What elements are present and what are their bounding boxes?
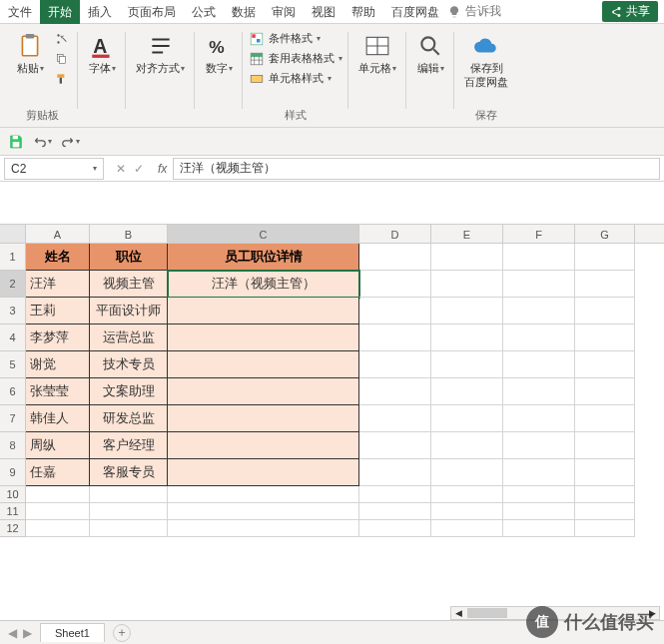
menu-tab-7[interactable]: 视图 <box>304 0 343 24</box>
cell-G7[interactable] <box>575 405 635 432</box>
cell-D9[interactable] <box>359 459 431 486</box>
copy-button[interactable] <box>52 50 72 68</box>
undo-button[interactable]: ▾ <box>32 135 52 149</box>
select-all-corner[interactable] <box>0 225 26 243</box>
row-header-8[interactable]: 8 <box>0 432 26 459</box>
menu-tab-5[interactable]: 数据 <box>224 0 264 24</box>
col-header-G[interactable]: G <box>575 225 635 243</box>
cell-D10[interactable] <box>359 486 431 503</box>
cell-G10[interactable] <box>575 486 635 503</box>
scroll-left-button[interactable]: ◀ <box>451 608 465 618</box>
cell-B7[interactable]: 研发总监 <box>90 405 168 432</box>
cell-C8[interactable] <box>168 432 359 459</box>
cell-B5[interactable]: 技术专员 <box>90 351 168 378</box>
editing-button[interactable]: 编辑▾ <box>412 30 448 77</box>
col-header-F[interactable]: F <box>503 225 575 243</box>
cell-F1[interactable] <box>503 244 575 271</box>
alignment-button[interactable]: 对齐方式▾ <box>132 30 189 77</box>
row-header-2[interactable]: 2 <box>0 271 26 298</box>
row-header-1[interactable]: 1 <box>0 244 26 271</box>
cell-D8[interactable] <box>359 432 431 459</box>
cell-G3[interactable] <box>575 298 635 324</box>
cell-D2[interactable] <box>359 271 431 298</box>
menu-tab-1[interactable]: 开始 <box>40 0 80 24</box>
cell-F3[interactable] <box>503 298 575 324</box>
cell-E7[interactable] <box>431 405 503 432</box>
row-header-9[interactable]: 9 <box>0 459 26 486</box>
menu-tab-9[interactable]: 百度网盘 <box>383 0 447 24</box>
cell-E11[interactable] <box>431 503 503 520</box>
cell-C5[interactable] <box>168 351 359 378</box>
cell-A12[interactable] <box>26 520 90 537</box>
row-header-12[interactable]: 12 <box>0 520 26 537</box>
tab-nav-prev[interactable]: ◀ <box>8 626 17 640</box>
menu-tab-0[interactable]: 文件 <box>0 0 40 24</box>
cell-A9[interactable]: 任嘉 <box>26 459 90 486</box>
cell-E1[interactable] <box>431 244 503 271</box>
cell-C10[interactable] <box>168 486 359 503</box>
cell-E12[interactable] <box>431 520 503 537</box>
row-header-4[interactable]: 4 <box>0 324 26 351</box>
cell-A3[interactable]: 王莉 <box>26 298 90 324</box>
tab-nav-next[interactable]: ▶ <box>23 626 32 640</box>
row-header-5[interactable]: 5 <box>0 351 26 378</box>
cell-G11[interactable] <box>575 503 635 520</box>
cell-C3[interactable] <box>168 298 359 324</box>
cell-F10[interactable] <box>503 486 575 503</box>
cell-F5[interactable] <box>503 351 575 378</box>
tell-me[interactable]: 告诉我 <box>447 3 501 20</box>
cut-button[interactable] <box>52 30 72 48</box>
cell-A5[interactable]: 谢觉 <box>26 351 90 378</box>
col-header-E[interactable]: E <box>431 225 503 243</box>
cell-G5[interactable] <box>575 351 635 378</box>
cell-C4[interactable] <box>168 324 359 351</box>
cell-F9[interactable] <box>503 459 575 486</box>
cell-G2[interactable] <box>575 271 635 298</box>
menu-tab-8[interactable]: 帮助 <box>343 0 383 24</box>
cell-B2[interactable]: 视频主管 <box>90 271 168 298</box>
table-format-button[interactable]: 套用表格格式▾ <box>249 50 342 67</box>
cell-B8[interactable]: 客户经理 <box>90 432 168 459</box>
cell-C7[interactable] <box>168 405 359 432</box>
accept-formula-button[interactable]: ✓ <box>134 162 144 176</box>
font-button[interactable]: A 字体▾ <box>84 30 120 77</box>
cell-C11[interactable] <box>168 503 359 520</box>
cell-G4[interactable] <box>575 324 635 351</box>
cell-B1[interactable]: 职位 <box>90 244 168 271</box>
cell-styles-button[interactable]: 单元格样式▾ <box>249 70 342 87</box>
cell-B12[interactable] <box>90 520 168 537</box>
col-header-D[interactable]: D <box>359 225 431 243</box>
cell-G6[interactable] <box>575 378 635 405</box>
save-button[interactable] <box>8 134 24 150</box>
cell-D4[interactable] <box>359 324 431 351</box>
add-sheet-button[interactable]: ＋ <box>113 624 131 642</box>
cell-B6[interactable]: 文案助理 <box>90 378 168 405</box>
name-box[interactable]: C2 ▾ <box>4 158 104 180</box>
cell-A1[interactable]: 姓名 <box>26 244 90 271</box>
share-button[interactable]: 共享 <box>602 1 658 22</box>
cell-B9[interactable]: 客服专员 <box>90 459 168 486</box>
cell-F12[interactable] <box>503 520 575 537</box>
cell-E10[interactable] <box>431 486 503 503</box>
cell-D5[interactable] <box>359 351 431 378</box>
cell-E6[interactable] <box>431 378 503 405</box>
cell-D11[interactable] <box>359 503 431 520</box>
cell-D12[interactable] <box>359 520 431 537</box>
cell-B10[interactable] <box>90 486 168 503</box>
format-painter-button[interactable] <box>52 70 72 88</box>
cell-C2[interactable]: 汪洋（视频主管） <box>168 271 359 298</box>
menu-tab-2[interactable]: 插入 <box>80 0 120 24</box>
cell-B3[interactable]: 平面设计师 <box>90 298 168 324</box>
cell-E5[interactable] <box>431 351 503 378</box>
cell-A6[interactable]: 张莹莹 <box>26 378 90 405</box>
scroll-right-button[interactable]: ▶ <box>645 608 659 618</box>
cell-B11[interactable] <box>90 503 168 520</box>
cell-C12[interactable] <box>168 520 359 537</box>
cell-G9[interactable] <box>575 459 635 486</box>
cell-G12[interactable] <box>575 520 635 537</box>
cell-F7[interactable] <box>503 405 575 432</box>
col-header-C[interactable]: C <box>168 225 359 243</box>
scroll-thumb[interactable] <box>467 608 507 618</box>
cell-A10[interactable] <box>26 486 90 503</box>
col-header-A[interactable]: A <box>26 225 90 243</box>
